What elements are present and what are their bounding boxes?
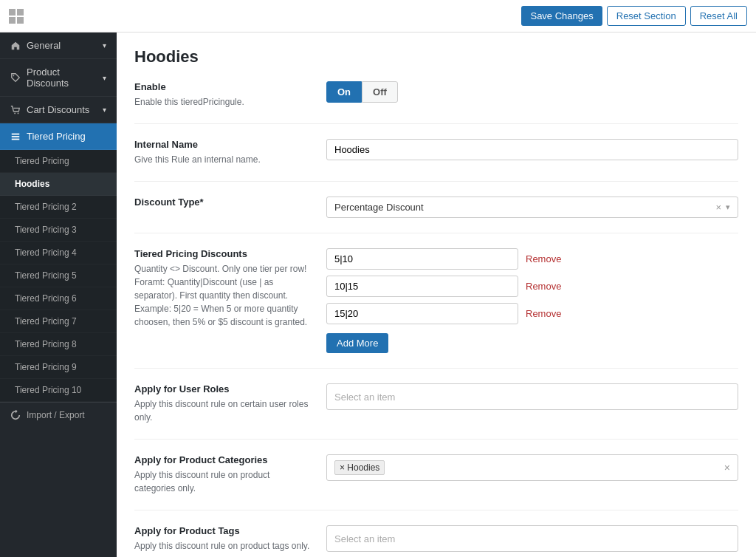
chevron-down-icon: ▾ [103, 106, 106, 114]
product-categories-label: Apply for Product Categories [134, 454, 312, 465]
svg-rect-4 [12, 136, 20, 137]
product-categories-clear-icon[interactable]: × [724, 462, 730, 474]
internal-name-desc: Give this Rule an internal name. [134, 154, 261, 165]
sidebar-submenu: Tiered Pricing Hoodies Tiered Pricing 2 … [0, 150, 117, 402]
user-roles-section: Apply for User Roles Apply this discount… [134, 383, 738, 440]
product-tags-control: Select an item [326, 525, 738, 552]
sidebar-item-general-label: General [27, 40, 61, 51]
enable-label-col: Enable Enable this tieredPricingule. [134, 81, 326, 109]
reset-section-button[interactable]: Reset Section [607, 6, 686, 26]
submenu-item-tiered-pricing-3[interactable]: Tiered Pricing 3 [0, 219, 117, 242]
product-category-tag-hoodies: × Hoodies [334, 460, 385, 475]
discount-type-label: Discount Type* [134, 197, 312, 208]
sidebar-bottom: Import / Export [0, 402, 117, 428]
discount-type-clear-icon[interactable]: × [715, 202, 721, 213]
tiered-discounts-section: Tiered Pricing Discounts Quantity <> Dis… [134, 248, 738, 369]
discount-type-section: Discount Type* Percentage Discount × ▾ [134, 197, 738, 233]
submenu-item-tiered-pricing-6[interactable]: Tiered Pricing 6 [0, 287, 117, 310]
sidebar-item-general[interactable]: General ▾ [0, 33, 117, 59]
toggle-off-button[interactable]: Off [362, 81, 398, 103]
product-tags-desc: Apply this discount rule on product tags… [134, 541, 309, 551]
product-tags-label: Apply for Product Tags [134, 525, 312, 536]
product-categories-control: × Hoodies × [326, 454, 738, 481]
top-bar: Save Changes Reset Section Reset All [0, 0, 756, 33]
sidebar-item-tiered-pricing-label: Tiered Pricing [27, 131, 86, 142]
discount-type-label-col: Discount Type* [134, 197, 326, 211]
enable-control: On Off [326, 81, 738, 103]
tiered-discounts-desc-1: Quantity <> Discount. Only one tier per … [134, 264, 306, 274]
user-roles-desc: Apply this discount rule on certain user… [134, 399, 308, 423]
sidebar-item-cart-discounts-label: Cart Discounts [27, 104, 89, 115]
sidebar-item-import-export[interactable]: Import / Export [0, 403, 117, 428]
tier-input-2[interactable] [326, 276, 518, 297]
sidebar: General ▾ Product Discounts ▾ Cart Disco… [0, 33, 117, 557]
toggle-group: On Off [326, 81, 738, 103]
sidebar-item-cart-discounts[interactable]: Cart Discounts ▾ [0, 97, 117, 123]
tier-row-2: Remove [326, 276, 738, 297]
submenu-item-hoodies[interactable]: Hoodies [0, 173, 117, 196]
product-tags-section: Apply for Product Tags Apply this discou… [134, 525, 738, 557]
tiered-discounts-desc-2: Foramt: Quantity|Discount (use | as sepa… [134, 277, 307, 327]
submenu-item-tiered-pricing-8[interactable]: Tiered Pricing 8 [0, 333, 117, 356]
product-categories-label-col: Apply for Product Categories Apply this … [134, 454, 326, 495]
refresh-icon [10, 410, 21, 420]
layout: General ▾ Product Discounts ▾ Cart Disco… [0, 33, 756, 557]
svg-point-1 [14, 112, 16, 114]
internal-name-input[interactable] [326, 139, 738, 160]
internal-name-label: Internal Name [134, 139, 312, 150]
tiered-discounts-control: Remove Remove Remove Add More [326, 248, 738, 353]
user-roles-label: Apply for User Roles [134, 383, 312, 394]
tag-label: × Hoodies [340, 462, 379, 473]
discount-type-value: Percentage Discount [334, 202, 715, 213]
enable-section: Enable Enable this tieredPricingule. On … [134, 81, 738, 124]
svg-point-0 [13, 75, 15, 77]
sidebar-item-tiered-pricing[interactable]: Tiered Pricing [0, 123, 117, 150]
submenu-item-tiered-pricing-9[interactable]: Tiered Pricing 9 [0, 356, 117, 379]
tier-remove-1[interactable]: Remove [526, 253, 561, 264]
user-roles-select[interactable]: Select an item [326, 383, 738, 410]
enable-label: Enable [134, 81, 312, 92]
product-tags-placeholder: Select an item [334, 533, 395, 544]
submenu-item-tiered-pricing-10[interactable]: Tiered Pricing 10 [0, 379, 117, 402]
product-tags-label-col: Apply for Product Tags Apply this discou… [134, 525, 326, 553]
reset-all-button[interactable]: Reset All [690, 6, 747, 26]
submenu-item-tiered-pricing[interactable]: Tiered Pricing [0, 150, 117, 173]
internal-name-label-col: Internal Name Give this Rule an internal… [134, 139, 326, 166]
tier-remove-2[interactable]: Remove [526, 281, 561, 292]
tier-remove-3[interactable]: Remove [526, 308, 561, 319]
tier-input-3[interactable] [326, 303, 518, 324]
home-icon [10, 41, 21, 51]
discount-type-select[interactable]: Percentage Discount × ▾ [326, 197, 738, 218]
svg-point-2 [18, 112, 19, 114]
cart-icon [10, 105, 21, 115]
top-bar-left [9, 9, 24, 24]
submenu-item-tiered-pricing-5[interactable]: Tiered Pricing 5 [0, 264, 117, 287]
tier-row-3: Remove [326, 303, 738, 324]
toggle-on-button[interactable]: On [326, 81, 362, 103]
tier-input-1[interactable] [326, 248, 518, 270]
product-categories-desc: Apply this discount rule on product cate… [134, 470, 269, 493]
enable-desc: Enable this tieredPricingule. [134, 97, 244, 107]
discount-type-control: Percentage Discount × ▾ [326, 197, 738, 218]
chevron-down-icon: ▾ [103, 41, 106, 49]
user-roles-control: Select an item [326, 383, 738, 410]
internal-name-control [326, 139, 738, 160]
tiered-discounts-label-col: Tiered Pricing Discounts Quantity <> Dis… [134, 248, 326, 329]
product-categories-select[interactable]: × Hoodies × [326, 454, 738, 481]
tag-icon [10, 72, 21, 83]
top-bar-buttons: Save Changes Reset Section Reset All [521, 6, 747, 26]
user-roles-label-col: Apply for User Roles Apply this discount… [134, 383, 326, 424]
product-categories-section: Apply for Product Categories Apply this … [134, 454, 738, 510]
main-content: Hoodies Enable Enable this tieredPricing… [117, 33, 756, 557]
svg-rect-3 [12, 133, 20, 134]
add-more-button[interactable]: Add More [326, 333, 388, 353]
save-changes-button[interactable]: Save Changes [521, 6, 602, 26]
submenu-item-tiered-pricing-7[interactable]: Tiered Pricing 7 [0, 310, 117, 333]
submenu-item-tiered-pricing-4[interactable]: Tiered Pricing 4 [0, 242, 117, 264]
sidebar-item-product-discounts[interactable]: Product Discounts ▾ [0, 59, 117, 97]
product-tags-select[interactable]: Select an item [326, 525, 738, 552]
list-icon [10, 131, 21, 142]
submenu-item-tiered-pricing-2[interactable]: Tiered Pricing 2 [0, 196, 117, 219]
tiered-discounts-label: Tiered Pricing Discounts [134, 248, 312, 259]
chevron-down-icon: ▾ [103, 74, 106, 82]
